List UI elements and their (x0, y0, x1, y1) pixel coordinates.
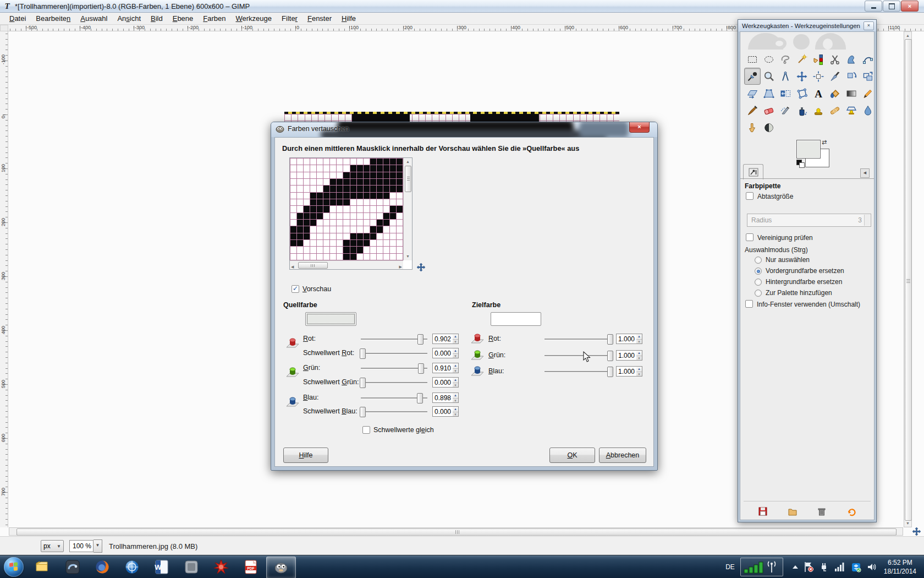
wireless-signal-icon[interactable] (834, 562, 845, 572)
slider-thumb[interactable] (360, 407, 366, 417)
source-value[interactable]: 0.000 (432, 348, 453, 358)
spin-up-icon[interactable]: ▲ (453, 363, 458, 369)
spin-down-icon[interactable]: ▼ (636, 340, 642, 345)
slider-thumb[interactable] (607, 334, 613, 345)
tool-cage-transform[interactable] (794, 85, 810, 102)
restore-tool-preset-button[interactable] (787, 506, 798, 517)
action-center-flag-icon[interactable] (804, 561, 813, 572)
spin-down-icon[interactable]: ▼ (636, 356, 642, 361)
canvas-horizontal-scrollbar[interactable] (9, 527, 903, 536)
tool-clone[interactable] (810, 102, 827, 119)
dialog-close-button[interactable]: × (629, 122, 650, 133)
spin-up-icon[interactable]: ▲ (453, 334, 458, 340)
foreground-color-swatch[interactable] (796, 140, 821, 159)
preview-vscroll-thumb[interactable] (405, 166, 411, 192)
toolbox-titlebar[interactable]: Werkzeugkasten - Werkzeugeinstellungen × (738, 20, 876, 31)
tool-eraser[interactable] (761, 102, 777, 119)
vertical-ruler[interactable]: -1000100200300400500600700 (0, 31, 8, 527)
taskbar-microsoft-word[interactable]: W (147, 557, 176, 577)
info-window-checkbox[interactable] (745, 300, 753, 308)
spin-up-icon[interactable]: ▲ (453, 378, 458, 383)
maximize-button[interactable] (883, 1, 900, 12)
swap-colors-icon[interactable]: ⇄ (822, 139, 827, 146)
menu-ebene[interactable]: Ebene (168, 13, 199, 24)
tool-pencil[interactable] (860, 85, 875, 102)
tool-scissors-select[interactable] (827, 51, 843, 68)
taskbar-pdf-reader[interactable]: PDF (237, 557, 265, 577)
tool-blur-sharpen[interactable] (860, 102, 875, 119)
tool-dodge-burn[interactable] (761, 119, 777, 136)
menu-fenster[interactable]: Fenster (302, 13, 337, 24)
mode-radio-2[interactable] (755, 268, 762, 275)
menu-werkzeuge[interactable]: Werkzeuge (231, 13, 277, 24)
radius-field[interactable]: Radius 3 (747, 214, 871, 227)
tool-measure[interactable] (777, 68, 794, 85)
menu-filter[interactable]: Filter (277, 13, 302, 24)
slider-thumb[interactable] (417, 334, 424, 345)
source-value[interactable]: 0.902 (432, 334, 453, 344)
zoom-input[interactable]: 100 % (69, 540, 94, 552)
tool-align[interactable] (810, 68, 827, 85)
menu-bild[interactable]: Bild (146, 13, 168, 24)
spin-down-icon[interactable]: ▼ (453, 412, 458, 417)
reset-tool-options-button[interactable] (846, 506, 857, 517)
spin-up-icon[interactable]: ▲ (453, 348, 458, 354)
target-color-swatch[interactable] (491, 312, 541, 326)
dialog-titlebar[interactable]: Farben vertauschen × (271, 122, 657, 137)
network-status-meter-icon[interactable] (740, 558, 783, 576)
tool-perspective-clone[interactable] (843, 102, 860, 119)
scroll-up-icon[interactable]: ▲ (904, 32, 911, 39)
source-slider[interactable] (360, 378, 428, 388)
spin-buttons[interactable]: ▲▼ (453, 377, 459, 388)
slider-thumb[interactable] (418, 363, 424, 374)
source-value[interactable]: 0.000 (432, 377, 453, 388)
delete-tool-preset-button[interactable] (816, 506, 827, 517)
tool-scale[interactable] (860, 68, 875, 85)
start-button[interactable] (4, 557, 24, 577)
spin-down-icon[interactable]: ▼ (453, 354, 458, 359)
menu-ansicht[interactable]: Ansicht (112, 13, 146, 24)
spin-up-icon[interactable]: ▲ (636, 351, 642, 356)
taskbar-internet-browser[interactable] (118, 557, 146, 577)
taskbar-media-application[interactable] (207, 557, 235, 577)
lock-thresholds-checkbox[interactable] (362, 426, 370, 434)
spin-down-icon[interactable]: ▼ (453, 383, 458, 388)
cancel-button[interactable]: Abbrechen (599, 448, 646, 463)
preview-vertical-scrollbar[interactable]: ▲ ▼ (403, 158, 412, 260)
source-slider[interactable] (360, 348, 428, 358)
target-value[interactable]: 1.000 (616, 334, 637, 344)
canvas-vertical-scrollbar[interactable]: ▲ ▼ (904, 31, 912, 527)
close-button[interactable]: × (901, 1, 919, 12)
menu-farben[interactable]: Farben (198, 13, 230, 24)
tool-flip[interactable] (777, 85, 794, 102)
preview-hscroll-thumb[interactable] (298, 262, 328, 269)
radius-spinner[interactable] (864, 215, 870, 226)
tool-paths[interactable] (860, 51, 875, 68)
menu-hilfe[interactable]: Hilfe (337, 13, 361, 24)
slider-thumb[interactable] (360, 378, 366, 388)
tool-free-select[interactable] (777, 51, 794, 68)
scroll-down-icon[interactable]: ▼ (904, 520, 911, 527)
taskbar-firefox[interactable] (88, 557, 117, 577)
save-tool-preset-button[interactable] (757, 506, 768, 517)
spin-buttons[interactable]: ▲▼ (636, 366, 642, 377)
spin-up-icon[interactable]: ▲ (636, 334, 642, 340)
preview-scroll-down-icon[interactable]: ▼ (404, 253, 412, 260)
menu-auswahl[interactable]: Auswahl (75, 13, 112, 24)
tool-perspective[interactable] (761, 85, 777, 102)
spin-down-icon[interactable]: ▼ (636, 372, 642, 377)
tool-move[interactable] (794, 68, 810, 85)
spin-buttons[interactable]: ▲▼ (636, 350, 642, 361)
spin-buttons[interactable]: ▲▼ (453, 348, 459, 358)
panel-collapse-button[interactable]: ◀ (860, 168, 870, 178)
tool-paintbrush[interactable] (744, 102, 761, 119)
preview-scroll-up-icon[interactable]: ▲ (404, 158, 412, 165)
default-colors-icon[interactable] (796, 160, 804, 167)
target-value[interactable]: 1.000 (616, 350, 637, 361)
slider-thumb[interactable] (360, 348, 366, 359)
preview-scroll-right-icon[interactable]: ▶ (399, 263, 402, 270)
source-slider[interactable] (360, 393, 428, 403)
tool-fuzzy-select[interactable] (794, 51, 810, 68)
slider-thumb[interactable] (607, 367, 613, 377)
menu-bearbeiten[interactable]: Bearbeiten (31, 13, 75, 24)
